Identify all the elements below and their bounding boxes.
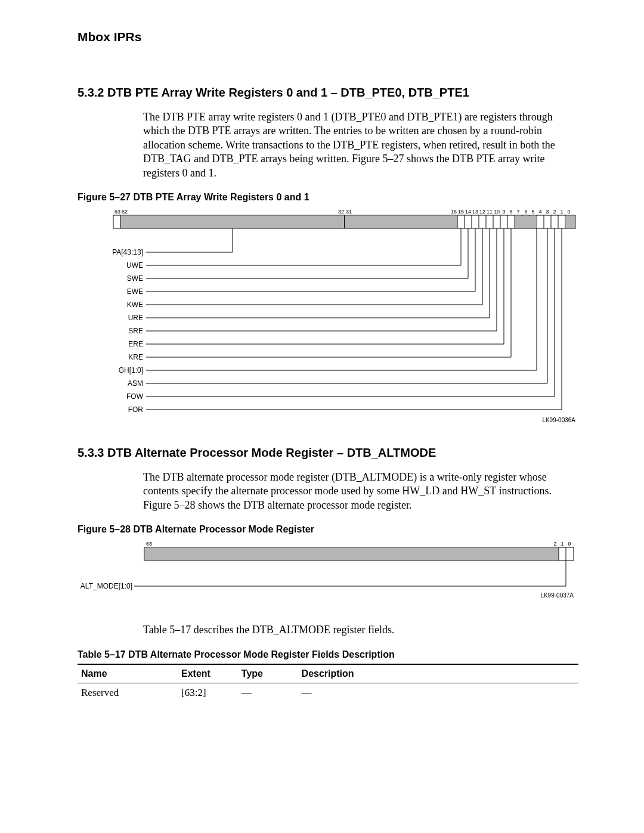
bit-6: 6 — [524, 209, 527, 215]
bit-9: 9 — [502, 209, 505, 215]
bit-2: 2 — [553, 541, 556, 547]
bit-5: 5 — [531, 209, 534, 215]
svg-rect-21 — [566, 216, 575, 228]
bit-0: 0 — [568, 541, 571, 547]
th-desc: Description — [298, 664, 578, 683]
bit-7: 7 — [516, 209, 519, 215]
field-swe: SWE — [127, 274, 143, 283]
field-pa: PA[43:13] — [112, 248, 143, 256]
field-uwe: UWE — [126, 261, 143, 270]
page-header: Mbox IPRs — [78, 30, 578, 44]
section-532-para: The DTB PTE array write registers 0 and … — [143, 110, 578, 180]
bit-10: 10 — [494, 209, 500, 215]
svg-rect-23 — [145, 548, 559, 560]
field-kre: KRE — [128, 353, 143, 361]
bit-31: 31 — [346, 209, 352, 215]
bit-4: 4 — [538, 209, 541, 215]
field-gh: GH[1:0] — [119, 366, 143, 374]
bit-63: 63 — [146, 541, 152, 547]
field-for: FOR — [128, 405, 144, 414]
bit-32: 32 — [338, 209, 344, 215]
bit-12: 12 — [479, 209, 485, 215]
bit-2: 2 — [553, 209, 556, 215]
field-ure: URE — [128, 314, 143, 322]
figure-527-caption: Figure 5–27 DTB PTE Array Write Register… — [78, 192, 578, 203]
cell-type: — — [238, 683, 298, 702]
section-533-heading: 5.3.3 DTB Alternate Processor Mode Regis… — [78, 446, 578, 460]
figure-528-caption: Figure 5–28 DTB Alternate Processor Mode… — [78, 524, 578, 535]
bit-11: 11 — [487, 209, 493, 215]
svg-rect-1 — [120, 216, 457, 228]
bit-8: 8 — [509, 209, 512, 215]
th-extent: Extent — [178, 664, 238, 683]
field-asm: ASM — [128, 379, 143, 388]
table-517-title: Table 5–17 DTB Alternate Processor Mode … — [78, 649, 578, 660]
field-kwe: KWE — [127, 301, 143, 309]
bit-1: 1 — [561, 541, 564, 547]
figure-527-id: LK99-0036A — [542, 417, 575, 423]
cell-desc: — — [298, 683, 578, 702]
figure-528: 63 2 1 0 ALT_MODE[1:0] LK99-0037A — [78, 540, 578, 605]
bit-1: 1 — [560, 209, 563, 215]
bit-63: 63 — [114, 209, 120, 215]
cell-extent: [63:2] — [178, 683, 238, 702]
bit-62: 62 — [122, 209, 128, 215]
bit-15: 15 — [458, 209, 464, 215]
field-sre: SRE — [128, 327, 143, 335]
para-after-528: Table 5–17 describes the DTB_ALTMODE reg… — [143, 623, 578, 637]
bit-0: 0 — [567, 209, 570, 215]
bit-16: 16 — [451, 209, 457, 215]
table-row: Reserved [63:2] — — — [78, 683, 578, 702]
bit-3: 3 — [546, 209, 549, 215]
field-ewe: EWE — [127, 287, 143, 296]
table-517: Name Extent Type Description Reserved [6… — [78, 664, 578, 702]
section-533-para: The DTB alternate processor mode registe… — [143, 470, 578, 512]
figure-527: 63 62 32 31 16 15 14 13 12 11 10 9 8 7 6… — [78, 208, 578, 428]
section-532-heading: 5.3.2 DTB PTE Array Write Registers 0 an… — [78, 86, 578, 100]
bit-14: 14 — [465, 209, 471, 215]
field-altmode: ALT_MODE[1:0] — [80, 582, 132, 590]
cell-name: Reserved — [78, 683, 178, 702]
th-name: Name — [78, 664, 178, 683]
field-fow: FOW — [126, 392, 144, 401]
svg-rect-20 — [515, 216, 537, 228]
th-type: Type — [238, 664, 298, 683]
figure-528-id: LK99-0037A — [540, 592, 574, 599]
field-ere: ERE — [128, 340, 143, 348]
bit-13: 13 — [472, 209, 478, 215]
